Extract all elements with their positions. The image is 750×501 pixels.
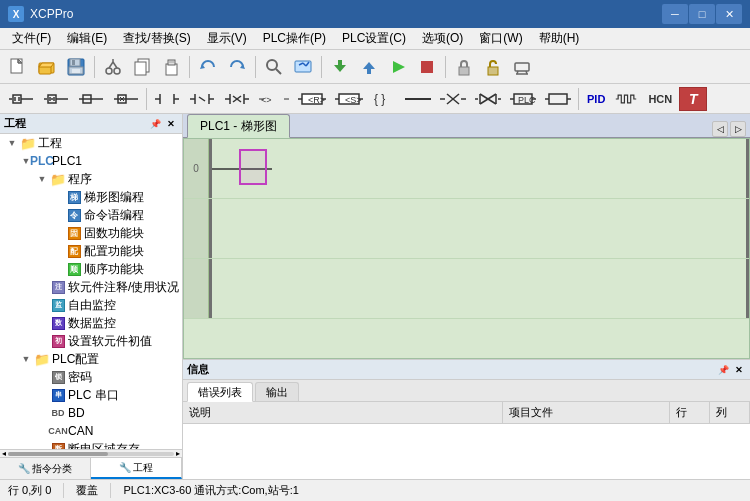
tree-item-func2[interactable]: ▶ 配 配置功能块 [0,242,182,260]
monitor-button[interactable] [289,54,317,80]
func2-icon: 配 [66,243,82,259]
tree-item-monitor[interactable]: ▶ 监 自由监控 [0,296,182,314]
tb-sf5-button[interactable] [220,87,254,111]
tree-item-plcport[interactable]: ▶ 串 PLC 串口 [0,386,182,404]
search-button[interactable] [260,54,288,80]
tree-label-plcport: PLC 串口 [68,387,119,404]
unlock-button[interactable] [479,54,507,80]
menu-plc-op[interactable]: PLC操作(P) [255,28,334,49]
tree-item-comment[interactable]: ▶ 注 软元件注释/使用状况 [0,278,182,296]
tb-del-button[interactable] [74,87,108,111]
info-pin-button[interactable]: 📌 [716,363,730,377]
save-button[interactable] [62,54,90,80]
menu-options[interactable]: 选项(O) [414,28,471,49]
tree-label-plc1: PLC1 [52,154,82,168]
project-panel: 工程 📌 ✕ ▼ 📁 工程 ▼ PLC PLC1 ▼ 📁 [0,114,183,479]
upload-button[interactable] [355,54,383,80]
tree-label-initval: 设置软元件初值 [68,333,152,350]
new-button[interactable] [4,54,32,80]
maximize-button[interactable]: □ [689,4,715,24]
ladder-editor[interactable]: 0 [183,138,750,359]
minimize-button[interactable]: ─ [662,4,688,24]
tab-nav-right[interactable]: ▷ [730,121,746,137]
panel-pin-button[interactable]: 📌 [148,117,162,131]
tree-item-prog[interactable]: ▼ 📁 程序 [0,170,182,188]
download-button[interactable] [326,54,354,80]
tree-item-func1[interactable]: ▶ 固 固数功能块 [0,224,182,242]
menu-search[interactable]: 查找/替换(S) [115,28,198,49]
tb-t-button[interactable]: T [679,87,707,111]
tb-sins-button[interactable] [39,87,73,111]
tb-f12-button[interactable]: PLC [506,87,540,111]
undo-button[interactable] [194,54,222,80]
open-button[interactable] [33,54,61,80]
tb-sf6-button[interactable]: <> [255,87,293,111]
folder-prog-icon: 📁 [50,171,66,187]
svg-point-12 [114,68,120,74]
close-button[interactable]: ✕ [716,4,742,24]
menu-plc-set[interactable]: PLC设置(C) [334,28,414,49]
menu-file[interactable]: 文件(F) [4,28,59,49]
cut-button[interactable] [99,54,127,80]
menu-window[interactable]: 窗口(W) [471,28,530,49]
ladder-rung-content-1[interactable] [209,199,749,258]
left-panel-tabs: 🔧 指令分类 🔧 工程 [0,457,182,479]
tab-output[interactable]: 输出 [255,382,299,401]
tb-f5-button[interactable] [150,87,184,111]
tree-item-il[interactable]: ▶ 令 命令语编程 [0,206,182,224]
tree-item-datamonitor[interactable]: ▶ 数 数据监控 [0,314,182,332]
tree-item-ladder[interactable]: ▶ 梯 梯形图编程 [0,188,182,206]
tree-item-plcconfig[interactable]: ▼ 📁 PLC配置 [0,350,182,368]
panel-close-button[interactable]: ✕ [164,117,178,131]
tb-f8-button[interactable] [401,87,435,111]
tab-error-list[interactable]: 错误列表 [187,382,253,402]
tree-hscrollbar[interactable]: ◂ ▸ [0,449,182,457]
tree-item-func3[interactable]: ▶ 顺 顺序功能块 [0,260,182,278]
toolbar-sep-3 [255,56,256,78]
tb-sf7-button[interactable]: { } [368,87,400,111]
tb-sf8-button[interactable]: <S> [331,87,367,111]
ladder-row-2 [184,259,749,319]
stop-button[interactable] [413,54,441,80]
tree-item-bd[interactable]: ▶ BD BD [0,404,182,422]
tree-item-initval[interactable]: ▶ 初 设置软元件初值 [0,332,182,350]
toolbar-main [0,50,750,84]
ladder-rung-content-0[interactable] [209,139,749,198]
tree-item-plc1[interactable]: ▼ PLC PLC1 [0,152,182,170]
tab-project[interactable]: 🔧 工程 [91,458,182,479]
copy-button[interactable] [128,54,156,80]
ladder-rung-content-2[interactable] [209,259,749,318]
tree-item-root[interactable]: ▼ 📁 工程 [0,134,182,152]
comm-button[interactable] [508,54,536,80]
tab-command-label: 🔧 指令分类 [18,462,73,476]
info-panel-title: 信息 [187,362,209,377]
tb-f6-button[interactable] [185,87,219,111]
tab-ladder-editor[interactable]: PLC1 - 梯形图 [187,114,290,138]
tab-nav-left[interactable]: ◁ [712,121,728,137]
tb-sf12-button[interactable] [541,87,575,111]
tb-wave-button[interactable] [611,87,641,111]
toolbar-sep-4 [321,56,322,78]
tb-sdel-button[interactable] [109,87,143,111]
tree-label-root: 工程 [38,135,62,152]
tree-item-remote[interactable]: ▶ 断 断电区域存存 [0,440,182,449]
tb-sf11-button[interactable] [471,87,505,111]
tb-f11-button[interactable] [436,87,470,111]
tree-item-can[interactable]: ▶ CAN CAN [0,422,182,440]
menu-view[interactable]: 显示(V) [199,28,255,49]
lock-button[interactable] [450,54,478,80]
tab-command-class[interactable]: 🔧 指令分类 [0,458,91,479]
tb-pid-button[interactable]: PID [582,87,610,111]
tree-item-password[interactable]: ▶ 锁 密码 [0,368,182,386]
menu-edit[interactable]: 编辑(E) [59,28,115,49]
redo-button[interactable] [223,54,251,80]
tb-hcn-button[interactable]: HCN [642,87,678,111]
info-close-button[interactable]: ✕ [732,363,746,377]
tb-ins-button[interactable] [4,87,38,111]
menu-help[interactable]: 帮助(H) [531,28,588,49]
run-button[interactable] [384,54,412,80]
paste-button[interactable] [157,54,185,80]
svg-text:<S>: <S> [345,95,362,105]
tb-f7-button[interactable]: <R> [294,87,330,111]
ladder-bus-right [746,139,749,198]
